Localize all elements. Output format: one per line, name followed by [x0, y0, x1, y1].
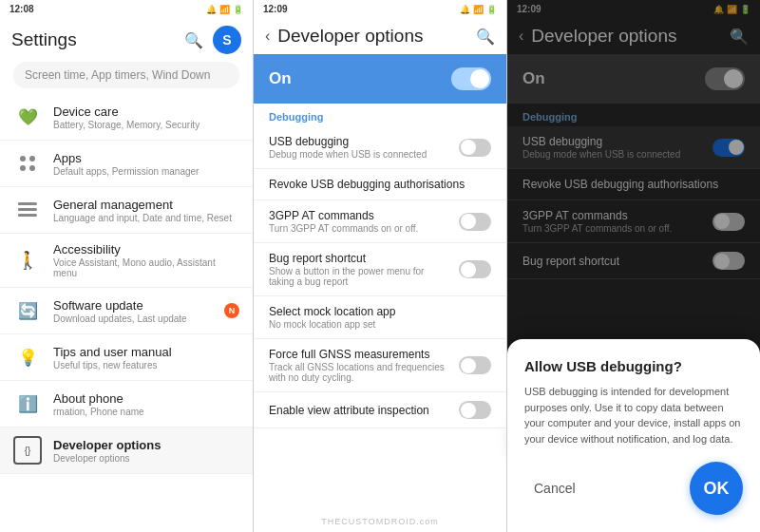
dialog-actions: Cancel OK: [524, 462, 743, 515]
view-attr-title-p2: Enable view attribute inspection: [269, 404, 451, 417]
gnss-thumb-p2: [461, 358, 476, 373]
search-icon-p1[interactable]: 🔍: [184, 31, 203, 49]
svg-rect-9: [18, 214, 22, 217]
device-care-title: Device care: [53, 104, 239, 119]
tips-text: Tips and user manual Useful tips, new fe…: [53, 345, 239, 370]
settings-item-device-care[interactable]: 💚 Device care Battery, Storage, Memory, …: [0, 94, 253, 141]
apps-icon: [13, 149, 42, 178]
back-arrow-p2[interactable]: ‹: [265, 28, 270, 45]
mock-subtitle-p2: No mock location app set: [269, 319, 491, 330]
tips-icon: 💡: [13, 343, 42, 371]
on-label-p2: On: [269, 69, 292, 88]
mock-location-item-p2[interactable]: Select mock location app No mock locatio…: [254, 296, 506, 339]
app-bar-p2: ‹ Developer options 🔍: [254, 18, 506, 54]
settings-item-developer[interactable]: {} Developer options Developer options: [0, 428, 253, 474]
general-icon: [13, 196, 42, 224]
panel-dev-dark: 12:09 🔔 📶 🔋 ‹ Developer options 🔍 On Deb…: [507, 0, 760, 532]
watermark-p2: THECUSTOMDROID.com: [254, 517, 506, 526]
3gpp-title-p2: 3GPP AT commands: [269, 209, 451, 222]
svg-point-3: [29, 165, 35, 171]
main-toggle-p2[interactable]: [451, 67, 491, 90]
cancel-button[interactable]: Cancel: [524, 475, 585, 502]
usb-debug-title-p2: USB debugging: [269, 135, 451, 148]
apps-title: Apps: [53, 151, 239, 165]
software-text: Software update Download updates, Last u…: [53, 298, 213, 324]
panel-settings: 12:08 🔔 📶 🔋 Settings 🔍 S Screen time, Ap…: [0, 0, 253, 532]
3gpp-subtitle-p2: Turn 3GPP AT commands on or off.: [269, 223, 451, 234]
about-icon: ℹ️: [13, 390, 42, 418]
apps-subtitle: Default apps, Permission manager: [53, 166, 239, 177]
developer-text: Developer options Developer options: [53, 438, 239, 464]
device-care-icon: 💚: [13, 103, 42, 131]
settings-item-apps[interactable]: Apps Default apps, Permission manager: [0, 141, 253, 187]
status-bar-p2: 12:09 🔔 📶 🔋: [254, 0, 506, 18]
dialog-body: USB debugging is intended for developmen…: [524, 384, 743, 446]
device-care-subtitle: Battery, Storage, Memory, Security: [53, 120, 239, 130]
view-attr-toggle-p2[interactable]: [459, 401, 491, 419]
settings-item-accessibility[interactable]: 🚶 Accessibility Voice Assistant, Mono au…: [0, 234, 253, 288]
3gpp-item-p2[interactable]: 3GPP AT commands Turn 3GPP AT commands o…: [254, 200, 506, 243]
view-attr-text-p2: Enable view attribute inspection: [269, 404, 451, 417]
on-toggle-bar-p2: On: [254, 54, 506, 104]
dialog-overlay: Allow USB debugging? USB debugging is in…: [507, 0, 760, 532]
bug-thumb-p2: [461, 262, 476, 277]
panel-mid-p2: Debugging USB debugging Debug mode when …: [254, 104, 506, 532]
usb-debug-item-p2[interactable]: USB debugging Debug mode when USB is con…: [254, 126, 506, 169]
bug-report-text-p2: Bug report shortcut Show a button in the…: [269, 252, 451, 287]
accessibility-title: Accessibility: [53, 242, 239, 256]
software-icon: 🔄: [13, 296, 42, 325]
revoke-usb-text-p2: Revoke USB debugging authorisations: [269, 178, 491, 191]
debugging-label-p2: Debugging: [254, 104, 506, 126]
general-subtitle: Language and input, Date and time, Reset: [53, 213, 239, 223]
settings-item-about[interactable]: ℹ️ About phone rmation, Phone name: [0, 381, 253, 428]
software-title: Software update: [53, 298, 213, 313]
revoke-usb-title-p2: Revoke USB debugging authorisations: [269, 178, 491, 191]
mock-title-p2: Select mock location app: [269, 305, 491, 318]
tips-subtitle: Useful tips, new features: [53, 360, 239, 370]
device-care-text: Device care Battery, Storage, Memory, Se…: [53, 104, 239, 130]
gnss-title-p2: Force full GNSS measurements: [269, 348, 451, 361]
general-text: General management Language and input, D…: [53, 198, 239, 223]
bug-report-item-p2[interactable]: Bug report shortcut Show a button in the…: [254, 243, 506, 296]
status-bar-p1: 12:08 🔔 📶 🔋: [0, 0, 253, 18]
revoke-usb-item-p2[interactable]: Revoke USB debugging authorisations: [254, 169, 506, 200]
settings-title: Settings: [11, 29, 77, 50]
svg-point-2: [20, 165, 26, 171]
svg-point-0: [20, 156, 26, 162]
settings-item-general[interactable]: General management Language and input, D…: [0, 187, 253, 234]
view-attr-item-p2[interactable]: Enable view attribute inspection: [254, 392, 506, 428]
view-attr-thumb-p2: [461, 403, 476, 418]
3gpp-toggle-p2[interactable]: [459, 213, 491, 231]
search-icon-p2[interactable]: 🔍: [476, 28, 495, 46]
app-bar-p1: Settings 🔍 S: [0, 18, 253, 62]
bug-toggle-p2[interactable]: [459, 260, 491, 278]
usb-debug-toggle-p2[interactable]: [459, 139, 491, 157]
mock-text-p2: Select mock location app No mock locatio…: [269, 305, 491, 330]
bug-report-subtitle-p2: Show a button in the power menu for taki…: [269, 266, 451, 287]
about-subtitle: rmation, Phone name: [53, 407, 239, 417]
search-hint[interactable]: Screen time, App timers, Wind Down: [13, 62, 239, 88]
svg-rect-8: [18, 208, 22, 211]
ok-button[interactable]: OK: [690, 462, 743, 515]
gnss-subtitle-p2: Track all GNSS locations and frequencies…: [269, 362, 451, 383]
wifi-icon-p2: 📶: [473, 5, 484, 14]
battery-icon-p1: 🔋: [233, 5, 243, 14]
wifi-icon-p1: 📶: [219, 5, 230, 14]
developer-subtitle: Developer options: [53, 453, 239, 464]
software-subtitle: Download updates, Last update: [53, 314, 213, 324]
allow-usb-dialog: Allow USB debugging? USB debugging is in…: [507, 339, 760, 532]
status-icons-p2: 🔔 📶 🔋: [460, 5, 497, 14]
gnss-toggle-p2[interactable]: [459, 356, 491, 374]
accessibility-subtitle: Voice Assistant, Mono audio, Assistant m…: [53, 257, 239, 278]
developer-icon: {}: [13, 436, 42, 465]
usb-debug-thumb-p2: [461, 140, 476, 155]
settings-item-tips[interactable]: 💡 Tips and user manual Useful tips, new …: [0, 334, 253, 381]
status-icons-p1: 🔔 📶 🔋: [206, 5, 243, 14]
settings-item-software[interactable]: 🔄 Software update Download updates, Last…: [0, 288, 253, 334]
settings-list: 💚 Device care Battery, Storage, Memory, …: [0, 94, 253, 532]
notif-icon-p2: 🔔: [460, 5, 470, 14]
gnss-item-p2[interactable]: Force full GNSS measurements Track all G…: [254, 339, 506, 392]
accessibility-icon: 🚶: [13, 246, 42, 275]
time-p1: 12:08: [10, 4, 34, 14]
toggle-thumb-p2: [470, 69, 489, 88]
